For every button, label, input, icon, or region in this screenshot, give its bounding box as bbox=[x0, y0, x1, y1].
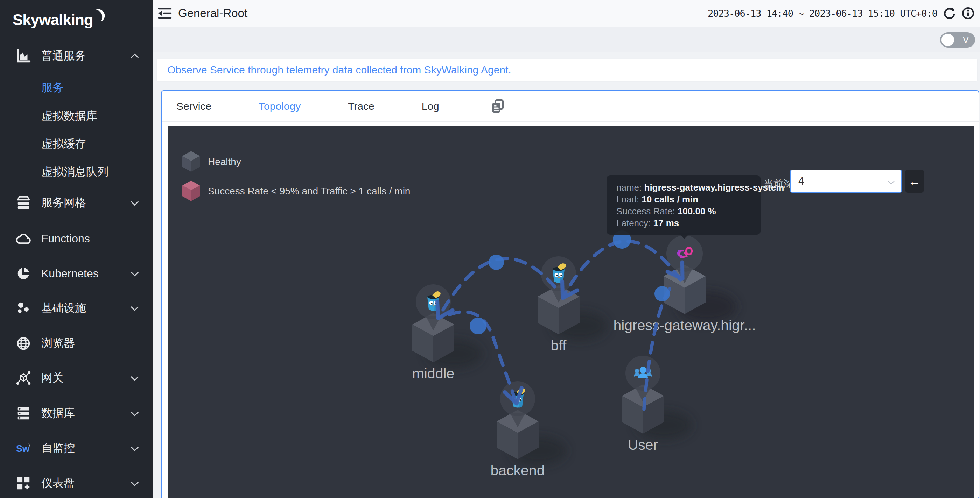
main-area: General-Root 2023-06-13 14:40 ~ 2023-06-… bbox=[153, 0, 980, 498]
chevron-down-icon bbox=[888, 178, 895, 185]
tooltip-pointer bbox=[679, 233, 690, 244]
refresh-icon[interactable] bbox=[942, 6, 956, 20]
skywalking-sw-icon: Sw bbox=[15, 440, 32, 457]
tab-bar: Service Topology Trace Log bbox=[162, 91, 978, 122]
sidebar-item-service-mesh[interactable]: 服务网格 bbox=[0, 192, 153, 213]
toggle-label: V bbox=[963, 35, 969, 46]
kubernetes-icon bbox=[15, 265, 32, 282]
tooltip-row-name: name: higress-gateway.higress-system bbox=[616, 181, 751, 193]
tab-trace[interactable]: Trace bbox=[348, 100, 374, 112]
cloud-icon bbox=[15, 230, 32, 247]
chevron-down-icon bbox=[131, 443, 139, 452]
sidebar-item-virtual-cache[interactable]: 虚拟缓存 bbox=[0, 133, 153, 155]
sidebar-item-infrastructure[interactable]: 基础设施 bbox=[0, 298, 153, 319]
legend-item-unhealthy: Success Rate < 95% and Traffic > 1 calls… bbox=[181, 180, 410, 203]
tab-topology[interactable]: Topology bbox=[259, 100, 301, 112]
dots-cluster-icon bbox=[15, 300, 32, 316]
sidebar-item-kubernetes[interactable]: Kubernetes bbox=[0, 263, 153, 284]
sidebar-item-dashboards[interactable]: 仪表盘 bbox=[0, 473, 153, 494]
sidebar-item-label: 虚拟消息队列 bbox=[41, 164, 108, 180]
sidebar-item-label: 服务网格 bbox=[41, 195, 86, 211]
healthy-cube-icon bbox=[181, 150, 201, 174]
globe-icon bbox=[15, 335, 32, 352]
chevron-down-icon bbox=[131, 373, 139, 381]
sidebar-item-label: 数据库 bbox=[41, 406, 75, 421]
tab-log[interactable]: Log bbox=[422, 100, 439, 112]
sidebar-item-label: Functions bbox=[41, 232, 90, 245]
chart-icon bbox=[15, 48, 32, 64]
node-label-bff: bff bbox=[551, 338, 566, 354]
top-bar: General-Root 2023-06-13 14:40 ~ 2023-06-… bbox=[153, 0, 980, 27]
sidebar-item-services[interactable]: 服务 bbox=[0, 77, 153, 98]
sidebar-item-label: 虚拟数据库 bbox=[41, 108, 97, 124]
sidebar: Skywalking 普通服务 服务 虚拟数据库 虚拟缓存 虚拟消息队列 bbox=[0, 0, 153, 498]
node-label-backend: backend bbox=[490, 462, 545, 478]
sidebar-item-label: 服务 bbox=[41, 80, 64, 95]
dashboard-grid-icon bbox=[15, 475, 32, 492]
node-label-middle: middle bbox=[412, 365, 455, 382]
node-tooltip: name: higress-gateway.higress-system Loa… bbox=[606, 175, 760, 235]
unhealthy-cube-icon bbox=[181, 179, 201, 203]
sidebar-item-label: 普通服务 bbox=[41, 48, 86, 63]
chevron-down-icon bbox=[131, 478, 139, 487]
server-stack-icon bbox=[15, 405, 32, 422]
info-icon[interactable] bbox=[961, 6, 975, 20]
depth-value: 4 bbox=[799, 175, 804, 187]
chevron-down-icon bbox=[131, 408, 139, 417]
menu-fold-icon[interactable] bbox=[156, 5, 173, 22]
cube-shadows bbox=[426, 290, 737, 465]
back-button[interactable]: ← bbox=[905, 170, 924, 193]
sidebar-item-label: 虚拟缓存 bbox=[41, 136, 86, 152]
node-label-higress-gateway: higress-gateway.higr... bbox=[613, 317, 756, 333]
service-panel: Service Topology Trace Log bbox=[161, 90, 979, 498]
legend-label: Healthy bbox=[208, 156, 241, 168]
hint-banner: Observe Service through telemetry data c… bbox=[157, 59, 977, 81]
sidebar-item-label: 仪表盘 bbox=[41, 476, 75, 491]
version-toggle[interactable]: V bbox=[940, 32, 975, 48]
chevron-down-icon bbox=[131, 198, 139, 206]
sidebar-item-label: 自监控 bbox=[41, 441, 75, 456]
tooltip-row-success-rate: Success Rate: 100.00 % bbox=[616, 205, 751, 217]
sidebar-item-browser[interactable]: 浏览器 bbox=[0, 333, 153, 354]
tooltip-row-latency: Latency: 17 ms bbox=[616, 217, 751, 229]
moon-crescent-icon bbox=[92, 9, 105, 24]
sidebar-item-label: Kubernetes bbox=[41, 267, 99, 280]
toggle-knob bbox=[942, 33, 954, 46]
sw-icon-text: Sw bbox=[16, 443, 30, 454]
page-title: General-Root bbox=[178, 6, 247, 20]
app-logo: Skywalking bbox=[13, 8, 105, 32]
depth-select[interactable]: 4 bbox=[790, 170, 902, 193]
topology-canvas[interactable]: middle bff backend higress-gateway.higr.… bbox=[168, 126, 974, 498]
sidebar-item-label: 浏览器 bbox=[41, 336, 75, 351]
tab-service[interactable]: Service bbox=[177, 100, 212, 112]
toolbar-row: V bbox=[153, 27, 980, 52]
sidebar-item-label: 基础设施 bbox=[41, 300, 86, 316]
legend-label: Success Rate < 95% and Traffic > 1 calls… bbox=[208, 186, 410, 197]
tooltip-row-load: Load: 10 calls / min bbox=[616, 193, 751, 205]
sidebar-item-virtual-mq[interactable]: 虚拟消息队列 bbox=[0, 162, 153, 182]
sidebar-item-virtual-database[interactable]: 虚拟数据库 bbox=[0, 106, 153, 127]
node-label-user: User bbox=[628, 437, 659, 453]
chevron-up-icon bbox=[131, 54, 139, 62]
sidebar-item-self-observability[interactable]: Sw 自监控 bbox=[0, 438, 153, 459]
logo-text: Skywalking bbox=[13, 11, 93, 29]
back-arrow-icon: ← bbox=[908, 174, 921, 189]
sidebar-item-label: 网关 bbox=[41, 370, 64, 386]
topology-legend: Healthy Success Rate < 95% and Traffic >… bbox=[181, 151, 410, 203]
legend-item-healthy: Healthy bbox=[181, 151, 410, 173]
copy-docs-icon[interactable] bbox=[490, 98, 505, 114]
sidebar-item-gateway[interactable]: 网关 bbox=[0, 368, 153, 389]
chevron-down-icon bbox=[131, 303, 139, 311]
gateway-node-icon bbox=[15, 370, 32, 386]
chevron-down-icon bbox=[131, 269, 139, 277]
mesh-stack-icon bbox=[15, 195, 32, 211]
sidebar-item-database[interactable]: 数据库 bbox=[0, 403, 153, 424]
time-range-picker[interactable]: 2023-06-13 14:40 ~ 2023-06-13 15:10 UTC+… bbox=[708, 8, 937, 19]
sidebar-item-general-services[interactable]: 普通服务 bbox=[0, 46, 153, 67]
sidebar-item-functions[interactable]: Functions bbox=[0, 228, 153, 249]
